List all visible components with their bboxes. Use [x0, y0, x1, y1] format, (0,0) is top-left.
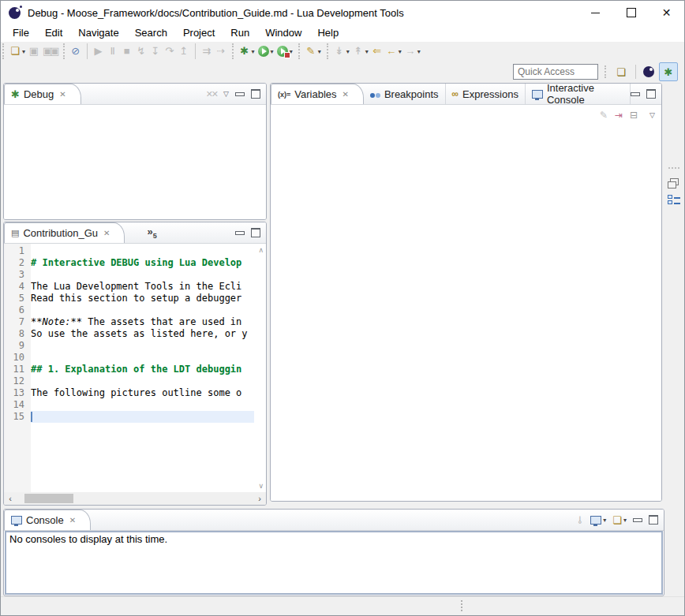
editor-line-11[interactable]: 11## 1. Explanation of the LDT debuggin: [4, 364, 254, 375]
back-button[interactable]: ←▾: [384, 44, 403, 58]
line-text: [31, 375, 254, 387]
tab-close-icon[interactable]: ✕: [103, 229, 110, 237]
editor-line-10[interactable]: 10: [4, 352, 254, 364]
dropdown-arrow-icon[interactable]: ▾: [399, 48, 402, 55]
line-text: [31, 352, 254, 364]
maximize-button[interactable]: [613, 1, 649, 24]
scroll-down-icon[interactable]: ∨: [258, 482, 264, 490]
display-selected-console-button[interactable]: ▾: [590, 516, 606, 525]
editor-line-8[interactable]: 8So use the assets as listed here, or y: [4, 328, 254, 340]
line-text: # Interactive DEBUG using Lua Develop: [31, 257, 254, 269]
toolbar-group: ↡▾↟▾⇐←▾→▾: [327, 43, 426, 59]
tab-interactive-console[interactable]: Interactive Console: [526, 84, 631, 104]
menu-file[interactable]: File: [5, 25, 37, 42]
tab-close-icon[interactable]: ✕: [69, 516, 76, 525]
editor-line-7[interactable]: 7**Note:** The assets that are used in: [4, 316, 254, 328]
line-text: [31, 340, 254, 352]
editor-line-5[interactable]: 5Read this section to setup a debugger: [4, 293, 254, 304]
menu-window[interactable]: Window: [257, 25, 309, 42]
line-number: 1: [4, 245, 31, 257]
minimize-view-icon[interactable]: [633, 518, 642, 522]
hidden-editors-chevron[interactable]: »5: [147, 226, 156, 240]
editor-line-9[interactable]: 9: [4, 340, 254, 352]
tab-debug[interactable]: ✱ Debug ✕: [4, 84, 81, 104]
dropdown-arrow-icon[interactable]: ▾: [346, 48, 350, 55]
tab-variables[interactable]: (x)=Variables✕: [271, 84, 364, 104]
line-text: [31, 399, 254, 411]
debug-perspective-button[interactable]: ✱: [659, 62, 678, 81]
lua-perspective-button[interactable]: [640, 63, 657, 80]
tab-close-icon[interactable]: ✕: [59, 90, 66, 99]
badge-icon: [284, 52, 290, 58]
file-icon: ▤: [11, 228, 19, 238]
tab-contribution-guide[interactable]: ▤ Contribution_Gu ✕: [4, 222, 125, 243]
scrollbar-track[interactable]: [17, 492, 253, 505]
minimize-view-icon[interactable]: [235, 92, 245, 96]
view-menu-icon[interactable]: ▽: [649, 111, 655, 119]
back-icon: ←: [386, 45, 397, 58]
open-console-button[interactable]: ❏▾: [612, 514, 627, 526]
dropdown-arrow-icon[interactable]: ▾: [623, 517, 627, 524]
tab-expressions[interactable]: ∞Expressions: [446, 84, 526, 104]
run-external-tools-button[interactable]: ▾: [275, 45, 294, 58]
view-menu-icon[interactable]: ▽: [223, 90, 229, 98]
maximize-view-icon[interactable]: [649, 515, 658, 525]
show-logical-structures-icon[interactable]: ⇥: [615, 110, 623, 121]
dropdown-arrow-icon[interactable]: ▾: [22, 48, 25, 55]
maximize-view-icon[interactable]: [646, 89, 656, 99]
menu-search[interactable]: Search: [127, 25, 175, 42]
editor-line-6[interactable]: 6: [4, 304, 254, 316]
highlighter-icon: ✎: [305, 45, 316, 58]
editor-line-3[interactable]: 3: [4, 269, 254, 281]
last-edit-location-button[interactable]: ⇐: [370, 44, 384, 58]
scroll-left-icon[interactable]: ‹: [4, 494, 17, 503]
restore-view-icon[interactable]: [670, 178, 679, 185]
dropdown-arrow-icon[interactable]: ▾: [271, 48, 274, 55]
quick-access-input[interactable]: [513, 64, 598, 80]
editor-line-13[interactable]: 13The following pictures outline some o: [4, 387, 254, 399]
menu-run[interactable]: Run: [223, 25, 257, 42]
skip-all-breakpoints-button[interactable]: ⊘: [69, 44, 83, 58]
tab-close-icon[interactable]: ✕: [342, 90, 349, 99]
dropdown-arrow-icon[interactable]: ▾: [417, 48, 421, 55]
status-drag-handle[interactable]: [461, 600, 462, 611]
debug-button[interactable]: ✱▾: [238, 44, 256, 58]
dropdown-arrow-icon[interactable]: ▾: [318, 48, 321, 55]
menu-project[interactable]: Project: [175, 25, 223, 42]
terminate-button: ■: [120, 44, 134, 58]
editor-line-12[interactable]: 12: [4, 375, 254, 387]
close-button[interactable]: ✕: [649, 1, 684, 24]
minimize-button[interactable]: [578, 1, 613, 24]
outline-view-icon[interactable]: [668, 195, 680, 204]
new-wizard-button[interactable]: ❏▾: [8, 44, 27, 58]
editor-line-15[interactable]: 15: [4, 411, 254, 423]
run-button[interactable]: ▾: [256, 45, 275, 58]
maximize-view-icon[interactable]: [251, 228, 260, 237]
dropdown-arrow-icon[interactable]: ▾: [252, 48, 255, 55]
scroll-up-icon[interactable]: ∧: [258, 246, 264, 254]
open-perspective-button[interactable]: ❏: [612, 63, 630, 80]
line-text: **Note:** The assets that are used in: [31, 316, 254, 328]
highlighter-button[interactable]: ✎▾: [304, 44, 323, 58]
dropdown-arrow-icon[interactable]: ▾: [365, 48, 369, 55]
toolbar-group: ❏▾▣▣▣: [2, 43, 63, 59]
dropdown-arrow-icon[interactable]: ▾: [603, 517, 606, 524]
horizontal-scrollbar[interactable]: ‹ ›: [4, 492, 266, 505]
scrollbar-thumb[interactable]: [24, 494, 73, 503]
editor-line-14[interactable]: 14: [4, 399, 254, 411]
editor-line-4[interactable]: 4The Lua Development Tools in the Ecli: [4, 281, 254, 293]
scroll-right-icon[interactable]: ›: [253, 494, 266, 503]
menu-help[interactable]: Help: [309, 25, 346, 42]
tab-console[interactable]: Console ✕: [4, 510, 91, 530]
tab-label: Interactive Console: [547, 83, 623, 106]
minimize-view-icon[interactable]: [631, 92, 640, 96]
toolbar-group: ⇉⇢: [195, 43, 232, 59]
minimize-view-icon[interactable]: [235, 231, 245, 235]
editor-line-1[interactable]: 1: [4, 245, 254, 257]
menu-edit[interactable]: Edit: [37, 25, 70, 42]
editor-line-2[interactable]: 2# Interactive DEBUG using Lua Develop: [4, 257, 254, 269]
tab-breakpoints[interactable]: Breakpoints: [364, 84, 446, 104]
menu-navigate[interactable]: Navigate: [70, 25, 126, 42]
editor-content[interactable]: 12# Interactive DEBUG using Lua Develop3…: [4, 244, 266, 492]
maximize-view-icon[interactable]: [251, 89, 260, 99]
